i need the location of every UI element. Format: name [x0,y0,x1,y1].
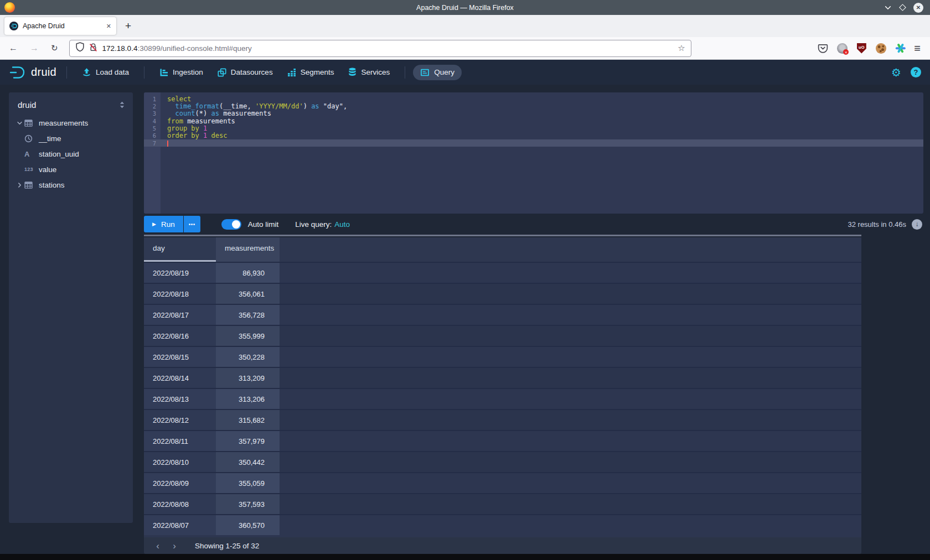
nav-item-load-data[interactable]: Load data [75,64,136,80]
table-row[interactable]: 2022/08/11357,979 [144,430,861,451]
tree-column-value[interactable]: 123value [14,162,127,177]
nav-item-ingestion[interactable]: Ingestion [152,65,210,80]
url-bar[interactable]: 172.18.0.4:30899/unified-console.html#qu… [69,40,691,57]
next-page-button[interactable]: › [166,541,183,551]
cell-day[interactable]: 2022/08/16 [144,326,216,346]
tree-item-measurements[interactable]: measurements [14,115,127,131]
column-header-day[interactable]: day [144,237,216,262]
bookmark-star-icon[interactable]: ☆ [678,43,685,53]
cell-measurements[interactable]: 313,206 [216,389,280,409]
cell-measurements[interactable]: 350,442 [216,452,280,472]
table-row[interactable]: 2022/08/15350,228 [144,346,861,367]
cell-filler [280,305,861,325]
cell-day[interactable]: 2022/08/19 [144,263,216,283]
table-row[interactable]: 2022/08/16355,999 [144,325,861,346]
new-tab-button[interactable]: + [125,20,131,32]
extension-disabled-icon[interactable]: ✕ [836,43,848,54]
sql-editor[interactable]: 1select2 time_format(__time, 'YYYY/MM/dd… [144,92,923,214]
back-button[interactable]: ← [9,43,18,53]
table-row[interactable]: 2022/08/13313,206 [144,388,861,409]
cell-day[interactable]: 2022/08/11 [144,431,216,451]
reload-button[interactable]: ↻ [51,43,58,53]
panel-splitter[interactable] [144,235,861,236]
insecure-lock-icon[interactable] [89,43,98,54]
asterisk-extension-icon[interactable] [895,43,906,54]
help-icon[interactable]: ? [911,67,921,77]
table-row[interactable]: 2022/08/14313,209 [144,367,861,388]
cell-day[interactable]: 2022/08/17 [144,305,216,325]
druid-navbar: druid Load dataIngestionDatasourcesSegme… [0,60,930,85]
url-text[interactable]: 172.18.0.4:30899/unified-console.html#qu… [102,44,674,53]
menu-icon[interactable]: ≡ [914,42,921,55]
cell-measurements[interactable]: 315,682 [216,410,280,430]
druid-logo[interactable]: druid [9,65,56,80]
cell-day[interactable]: 2022/08/09 [144,473,216,493]
run-label: Run [161,220,175,229]
ublock-origin-icon[interactable]: uO [856,43,867,54]
table-row[interactable]: 2022/08/07360,570 [144,514,861,535]
chevron-down-icon[interactable] [14,120,24,126]
cell-day[interactable]: 2022/08/13 [144,389,216,409]
table-icon [24,120,38,127]
shield-icon[interactable] [75,42,85,54]
cell-day[interactable]: 2022/08/10 [144,452,216,472]
table-header: daymeasurements [144,237,861,262]
column-header-measurements[interactable]: measurements [216,237,280,262]
cell-day[interactable]: 2022/08/15 [144,347,216,367]
cell-measurements[interactable]: 357,593 [216,494,280,514]
pagination-bar: ‹ › Showing 1-25 of 32 [144,537,861,554]
cookie-extension-icon[interactable] [875,43,886,54]
cell-measurements[interactable]: 350,228 [216,347,280,367]
cell-day[interactable]: 2022/08/14 [144,368,216,388]
table-icon [24,182,38,189]
nav-item-query[interactable]: Query [413,65,462,80]
tree-item-stations[interactable]: stations [14,177,127,193]
nav-item-segments[interactable]: Segments [280,65,342,80]
token [199,125,203,132]
run-more-button[interactable]: ••• [184,216,200,232]
cell-measurements[interactable]: 356,728 [216,305,280,325]
prev-page-button[interactable]: ‹ [149,541,166,551]
tree-column-__time[interactable]: __time [14,131,127,146]
cell-filler [280,452,861,472]
download-icon[interactable]: ↓ [912,219,922,230]
nav-item-datasources[interactable]: Datasources [210,65,280,80]
auto-limit-toggle[interactable] [221,219,241,230]
run-button[interactable]: ▶ Run [144,216,183,232]
tab-close-icon[interactable]: ✕ [106,23,111,30]
window-minimize-icon[interactable] [884,4,892,12]
table-row[interactable]: 2022/08/1986,930 [144,262,861,283]
nav-item-services[interactable]: Services [341,64,397,80]
pocket-icon[interactable] [817,43,828,54]
live-query-label: Live query: [295,220,332,229]
cell-measurements[interactable]: 355,059 [216,473,280,493]
cell-measurements[interactable]: 313,209 [216,368,280,388]
schema-selector[interactable]: druid [14,98,127,115]
forward-button[interactable]: → [30,43,39,53]
cell-measurements[interactable]: 356,061 [216,284,280,304]
window-maximize-icon[interactable] [900,5,905,10]
editor-line-2: 2 time_format(__time, 'YYYY/MM/dd') as "… [144,102,923,110]
table-row[interactable]: 2022/08/18356,061 [144,283,861,304]
query-icon [420,68,430,77]
window-close-icon[interactable]: ✕ [913,3,923,13]
nav-divider [66,66,67,79]
gear-icon[interactable]: ⚙ [891,67,901,78]
cell-day[interactable]: 2022/08/18 [144,284,216,304]
table-row[interactable]: 2022/08/10350,442 [144,451,861,472]
cell-measurements[interactable]: 355,999 [216,326,280,346]
table-row[interactable]: 2022/08/17356,728 [144,304,861,325]
tree-column-station_uuid[interactable]: Astation_uuid [14,146,127,162]
cell-measurements[interactable]: 357,979 [216,431,280,451]
live-query[interactable]: Live query:Auto [295,220,350,229]
cell-day[interactable]: 2022/08/08 [144,494,216,514]
cell-measurements[interactable]: 360,570 [216,515,280,535]
table-row[interactable]: 2022/08/08357,593 [144,493,861,514]
table-row[interactable]: 2022/08/12315,682 [144,409,861,430]
cell-day[interactable]: 2022/08/07 [144,515,216,535]
chevron-right-icon[interactable] [14,182,24,188]
cell-day[interactable]: 2022/08/12 [144,410,216,430]
cell-measurements[interactable]: 86,930 [216,263,280,283]
table-row[interactable]: 2022/08/09355,059 [144,472,861,493]
tab-apache-druid[interactable]: Apache Druid ✕ [4,17,116,35]
